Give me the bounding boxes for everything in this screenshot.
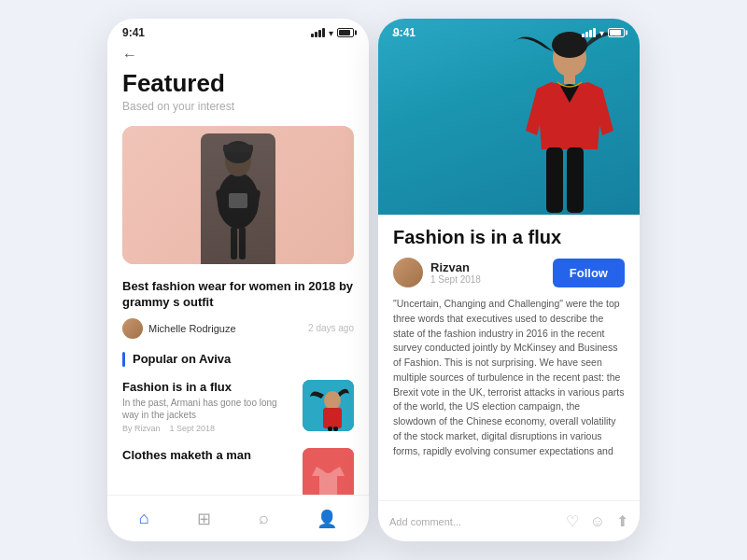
popular-item-desc-1: In the past, Armani has gone too long wa…: [122, 397, 295, 421]
popular-thumb-1: [303, 380, 354, 431]
svg-rect-3: [223, 145, 253, 152]
wifi-icon: ▾: [329, 28, 333, 38]
home-icon: ⌂: [139, 509, 149, 528]
article-body: "Uncertain, Changing and Challenging" we…: [393, 297, 625, 493]
status-time-left: 9:41: [122, 26, 145, 39]
comment-input[interactable]: Add comment...: [389, 516, 566, 527]
svg-rect-12: [328, 427, 332, 431]
emoji-icon[interactable]: ☺: [590, 513, 605, 530]
svg-rect-4: [229, 193, 247, 208]
article-bottom-bar: Add comment... ♡ ☺ ⬆: [378, 500, 640, 541]
battery-icon: [337, 28, 354, 37]
popular-item-clothes[interactable]: Clothes maketh a man: [107, 441, 369, 495]
status-bar-left: 9:41 ▾: [107, 19, 369, 43]
search-icon: ⌕: [259, 509, 269, 528]
svg-point-1: [225, 147, 251, 176]
page-subtitle: Based on your interest: [122, 100, 354, 113]
like-icon[interactable]: ♡: [566, 512, 579, 530]
signal-icon: [311, 28, 325, 37]
wifi-icon-right: ▾: [599, 28, 604, 38]
section-title: Popular on Aviva: [133, 352, 231, 366]
popular-item-meta-1: By Rizvan 1 Sept 2018: [122, 424, 295, 433]
article-author-avatar: [393, 258, 423, 287]
nav-profile[interactable]: 👤: [305, 505, 348, 533]
article-author-row: Rizvan 1 Sept 2018 Follow: [393, 258, 625, 287]
follow-button[interactable]: Follow: [553, 259, 625, 287]
svg-rect-17: [564, 75, 575, 84]
clothes-thumb-svg: [303, 448, 354, 495]
article-main-title: Fashion is in a flux: [393, 226, 625, 248]
signal-icon-right: [582, 28, 596, 37]
back-button-left[interactable]: ←: [107, 43, 369, 69]
author-avatar: [122, 318, 143, 339]
svg-point-2: [224, 141, 252, 163]
status-icons-left: ▾: [311, 28, 354, 38]
popular-list: Fashion is in a flux In the past, Armani…: [107, 372, 369, 495]
popular-item-title-2: Clothes maketh a man: [122, 448, 295, 463]
featured-article-title: Best fashion wear for women in 2018 by g…: [107, 272, 369, 315]
featured-image: [122, 126, 354, 264]
featured-article-meta: Michelle Rodriguze 2 days ago: [107, 315, 369, 346]
fashion-illustration: [191, 126, 285, 264]
article-actions: ♡ ☺ ⬆: [566, 512, 628, 530]
status-time-right: 9:41: [393, 26, 416, 39]
flux-thumb-svg: [303, 380, 354, 431]
article-content: Fashion is in a flux Rizvan 1 Sept 2018 …: [378, 215, 640, 500]
section-line: [122, 352, 125, 367]
hero-image-area: 9:41 ▾ ←: [378, 19, 640, 215]
profile-icon: 👤: [317, 509, 337, 529]
featured-img-placeholder: [122, 126, 354, 264]
page-header: Featured Based on your interest: [107, 69, 369, 119]
battery-icon-right: [608, 28, 625, 37]
svg-point-0: [218, 173, 259, 229]
svg-rect-7: [216, 189, 228, 217]
section-header: Popular on Aviva: [107, 346, 369, 372]
svg-rect-11: [323, 408, 342, 428]
svg-rect-8: [249, 189, 261, 217]
author-info: Michelle Rodriguze: [122, 318, 236, 339]
popular-item-flux[interactable]: Fashion is in a flux In the past, Armani…: [107, 372, 369, 441]
popular-item-title-1: Fashion is in a flux: [122, 380, 295, 395]
svg-rect-19: [567, 147, 584, 213]
author-name: Michelle Rodriguze: [148, 323, 236, 334]
svg-rect-5: [231, 227, 237, 259]
svg-rect-6: [239, 227, 246, 259]
page-title: Featured: [122, 69, 354, 98]
status-bar-right: 9:41 ▾: [378, 19, 640, 43]
svg-point-10: [324, 391, 341, 410]
popular-thumb-2: [303, 448, 354, 495]
article-author-name: Rizvan: [430, 260, 481, 274]
featured-article-date: 2 days ago: [308, 323, 354, 333]
grid-icon: ⊞: [197, 509, 211, 529]
article-author-date: 1 Sept 2018: [430, 274, 481, 285]
hero-woman-illustration: [509, 19, 621, 215]
share-icon[interactable]: ⬆: [616, 512, 628, 530]
nav-home[interactable]: ⌂: [128, 505, 161, 532]
left-phone: 9:41 ▾ ← Featured Based on your interest: [107, 19, 369, 541]
svg-rect-18: [546, 147, 563, 213]
bottom-nav: ⌂ ⊞ ⌕ 👤: [107, 495, 369, 541]
right-phone: 9:41 ▾ ←: [378, 19, 640, 541]
nav-grid[interactable]: ⊞: [186, 505, 222, 533]
svg-rect-13: [333, 427, 338, 431]
nav-search[interactable]: ⌕: [247, 505, 280, 532]
left-screen-content: ← Featured Based on your interest: [107, 43, 369, 495]
